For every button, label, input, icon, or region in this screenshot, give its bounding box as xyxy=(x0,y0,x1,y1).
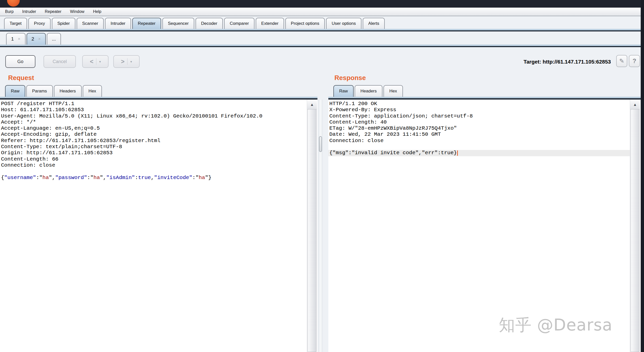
help-button[interactable]: ? xyxy=(629,55,640,67)
menu-burp[interactable]: Burp xyxy=(5,9,14,14)
main-tab-extender[interactable]: Extender xyxy=(256,18,284,29)
main-tab-bar: TargetProxySpiderScannerIntruderRepeater… xyxy=(0,18,644,29)
main-tab-comparer[interactable]: Comparer xyxy=(224,18,254,29)
response-tab-raw[interactable]: Raw xyxy=(333,85,354,97)
code-line: Content-Length: 66 xyxy=(0,156,307,162)
response-tab-headers[interactable]: Headers xyxy=(355,85,382,97)
code-line: Date: Wed, 22 Mar 2023 11:41:50 GMT xyxy=(328,131,630,138)
response-tab-border xyxy=(328,98,641,100)
target-line: Target: http://61.147.171.105:62853 xyxy=(524,59,611,65)
menu-window[interactable]: Window xyxy=(70,9,84,14)
scroll-up-button[interactable]: ▲ xyxy=(307,100,317,109)
code-line: HTTP/1.1 200 OK xyxy=(328,101,630,107)
code-line: Content-Length: 40 xyxy=(328,119,630,125)
scrollbar-thumb[interactable] xyxy=(308,109,316,352)
main-tab-scanner[interactable]: Scanner xyxy=(77,18,104,29)
code-line: Content-Type: text/plain;charset=UTF-8 xyxy=(0,144,307,150)
button-divider xyxy=(96,58,96,65)
main-tab-spider[interactable]: Spider xyxy=(52,18,75,29)
response-panel-title: Response xyxy=(334,74,366,82)
repeater-tab-label: ... xyxy=(52,36,56,42)
menu-repeater[interactable]: Repeater xyxy=(45,9,61,14)
repeater-tab-bar: 1×2×... xyxy=(0,33,61,45)
previous-request-button[interactable]: < ▾ xyxy=(82,55,109,68)
target-label: Target: xyxy=(524,59,541,65)
scroll-up-icon: ▲ xyxy=(633,102,637,107)
close-icon[interactable]: × xyxy=(18,36,20,42)
request-tab-border xyxy=(0,98,317,100)
scroll-up-icon: ▲ xyxy=(310,102,314,107)
request-tab-headers[interactable]: Headers xyxy=(54,85,82,97)
desktop-edge xyxy=(641,0,644,352)
code-line: ETag: W/"28-emHPzWXBipVa8NpJzRJ75Q4Tjxo" xyxy=(328,125,630,131)
target-url: http://61.147.171.105:62853 xyxy=(543,59,611,65)
splitter-handle[interactable] xyxy=(319,136,322,152)
close-icon[interactable]: × xyxy=(38,36,41,42)
code-line: Accept-Encoding: gzip, deflate xyxy=(0,131,307,138)
response-format-tab-bar: RawHeadersHex xyxy=(333,85,403,97)
burp-suite-window: BurpIntruderRepeaterWindowHelp TargetPro… xyxy=(0,0,644,352)
chevron-down-icon[interactable]: ▾ xyxy=(130,60,132,64)
code-line: X-Powered-By: Express xyxy=(328,107,630,113)
menu-help[interactable]: Help xyxy=(93,9,101,14)
repeater-tab-border xyxy=(0,46,641,47)
repeater-tab-2[interactable]: 2× xyxy=(27,33,46,45)
main-tab-decoder[interactable]: Decoder xyxy=(196,18,223,29)
scrollbar-thumb[interactable] xyxy=(631,109,639,352)
menu-intruder[interactable]: Intruder xyxy=(22,9,36,14)
main-tab-repeater[interactable]: Repeater xyxy=(132,18,161,29)
main-tab-target[interactable]: Target xyxy=(4,18,27,29)
request-tab-hex[interactable]: Hex xyxy=(83,85,102,97)
main-tab-user-options[interactable]: User options xyxy=(326,18,361,29)
watermark: 知乎 @Dearsa xyxy=(499,314,612,336)
main-tab-intruder[interactable]: Intruder xyxy=(105,18,131,29)
window-titlebar xyxy=(0,0,644,8)
help-icon: ? xyxy=(633,57,636,65)
code-line: Referer: http://61.147.171.105:62853/reg… xyxy=(0,138,307,144)
code-line: POST /register HTTP/1.1 xyxy=(0,101,307,107)
next-arrow-icon: > xyxy=(121,58,124,65)
button-divider xyxy=(127,58,127,65)
next-request-button[interactable]: > ▾ xyxy=(113,55,140,68)
request-editor[interactable]: POST /register HTTP/1.1Host: 61.147.171.… xyxy=(0,100,317,352)
edit-target-button[interactable]: ✎ xyxy=(616,55,627,67)
chevron-down-icon[interactable]: ▾ xyxy=(99,60,101,64)
repeater-tab-label: 1 xyxy=(11,36,14,42)
scroll-up-button[interactable]: ▲ xyxy=(630,100,640,109)
text-cursor xyxy=(457,150,458,156)
request-tab-params[interactable]: Params xyxy=(26,85,53,97)
code-line-body: {"msg":"invalid invite code","err":true} xyxy=(328,150,630,156)
main-tab-sequencer[interactable]: Sequencer xyxy=(162,18,194,29)
code-line: Origin: http://61.147.171.105:62853 xyxy=(0,150,307,156)
response-tab-hex[interactable]: Hex xyxy=(383,85,403,97)
repeater-tab-more[interactable]: ... xyxy=(47,33,61,45)
repeater-tab-label: 2 xyxy=(32,36,34,42)
request-tab-raw[interactable]: Raw xyxy=(5,85,25,97)
request-raw-text[interactable]: POST /register HTTP/1.1Host: 61.147.171.… xyxy=(0,100,307,352)
previous-arrow-icon: < xyxy=(90,58,93,65)
main-tab-project-options[interactable]: Project options xyxy=(285,18,325,29)
code-line: Content-Type: application/json; charset=… xyxy=(328,113,630,119)
main-tab-alerts[interactable]: Alerts xyxy=(363,18,385,29)
main-tab-border xyxy=(0,30,641,31)
response-scrollbar[interactable]: ▲ xyxy=(630,100,640,352)
repeater-tab-1[interactable]: 1× xyxy=(6,33,26,45)
code-line-body: {"username":"ha","password":"ha","isAdmi… xyxy=(0,175,307,181)
menu-bar: BurpIntruderRepeaterWindowHelp xyxy=(0,8,641,16)
code-line xyxy=(328,144,630,150)
main-tab-proxy[interactable]: Proxy xyxy=(28,18,50,29)
burp-logo-icon xyxy=(7,0,20,7)
code-line: Host: 61.147.171.105:62853 xyxy=(0,107,307,113)
request-panel-title: Request xyxy=(8,74,34,82)
go-button[interactable]: Go xyxy=(5,55,35,68)
request-scrollbar[interactable]: ▲ xyxy=(307,100,317,352)
request-format-tab-bar: RawParamsHeadersHex xyxy=(5,85,102,97)
code-line: Accept-Language: en-US,en;q=0.5 xyxy=(0,125,307,131)
code-line: Connection: close xyxy=(328,138,630,144)
code-line xyxy=(0,168,307,174)
code-line: User-Agent: Mozilla/5.0 (X11; Linux x86_… xyxy=(0,113,307,119)
cancel-button[interactable]: Cancel xyxy=(44,55,76,68)
code-line: Connection: close xyxy=(0,162,307,168)
code-line: Accept: */* xyxy=(0,119,307,125)
pencil-icon: ✎ xyxy=(619,57,624,65)
